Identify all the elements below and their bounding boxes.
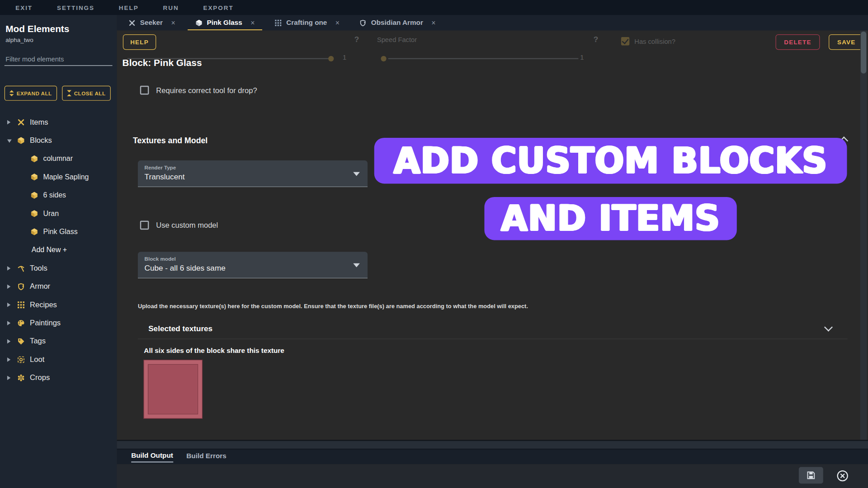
chevron-right-icon (7, 118, 12, 126)
upload-hint-text: Upload the necessary texture(s) here for… (138, 303, 528, 310)
tools-icon (128, 19, 136, 26)
sidebar-item-maple-sapling[interactable]: Maple Sapling (0, 168, 117, 186)
tab-label: Obsidian Armor (371, 19, 423, 27)
sidebar-item-tags[interactable]: Tags (0, 332, 117, 350)
save-button[interactable]: SAVE (829, 34, 864, 50)
sidebar-item-label: Tools (30, 264, 47, 272)
grid-icon (275, 19, 282, 26)
block-icon (30, 191, 38, 199)
collapse-section-icon[interactable] (841, 136, 847, 142)
requires-tool-label: Requires correct tool for drop? (156, 86, 257, 94)
help-button[interactable]: HELP (123, 34, 156, 50)
close-icon[interactable]: × (431, 19, 435, 27)
slider-track (388, 58, 578, 59)
sidebar-item-paintings[interactable]: Paintings (0, 314, 117, 332)
save-log-button[interactable] (799, 467, 823, 483)
chevron-right-icon (7, 355, 12, 363)
select-value: Cube - all 6 sides same (145, 263, 361, 272)
sidebar-item-items[interactable]: Items (0, 113, 117, 131)
delete-button[interactable]: DELETE (776, 34, 820, 50)
sidebar-item-label: Paintings (30, 319, 61, 327)
sidebar-item-blocks[interactable]: Blocks (0, 131, 117, 149)
menu-settings[interactable]: SETTINGS (57, 4, 94, 11)
tab-label: Pink Glass (207, 19, 242, 27)
sidebar-title: Mod Elements (5, 24, 117, 35)
speed-factor-label: Speed Factor (377, 36, 417, 44)
close-all-label: CLOSE ALL (74, 90, 106, 96)
tab-crafting-one[interactable]: Crafting one × (267, 15, 347, 30)
sidebar-item-recipes[interactable]: Recipes (0, 296, 117, 314)
select-value: Translucent (145, 172, 361, 181)
select-label: Render Type (145, 164, 361, 170)
requires-tool-checkbox[interactable] (140, 86, 149, 95)
tab-label: Crafting one (286, 19, 327, 27)
close-icon[interactable]: × (171, 19, 175, 27)
caret-down-icon (353, 172, 360, 176)
help-icon: ? (354, 35, 359, 44)
close-all-icon (67, 90, 71, 96)
app-window: EXIT SETTINGS HELP RUN EXPORT Mod Elemen… (0, 0, 868, 488)
console-panel-grip[interactable] (117, 441, 868, 449)
close-icon[interactable]: × (250, 19, 255, 27)
chevron-right-icon (7, 282, 12, 290)
chevron-right-icon (7, 374, 12, 382)
add-new-element-button[interactable]: Add New + (0, 241, 117, 259)
slider-handle (381, 56, 386, 61)
has-collision-label: Has collision? (634, 38, 675, 45)
slider-handle (328, 56, 334, 61)
caret-down-icon (353, 263, 360, 267)
close-icon[interactable]: × (335, 19, 340, 27)
block-icon (30, 173, 38, 181)
tab-build-output[interactable]: Build Output (131, 451, 173, 462)
sidebar-item-tools[interactable]: Tools (0, 259, 117, 277)
sidebar-item-uran[interactable]: Uran (0, 204, 117, 222)
expand-all-button[interactable]: EXPAND ALL (5, 86, 57, 101)
texture-note: All six sides of the block share this te… (144, 347, 284, 355)
close-all-button[interactable]: CLOSE ALL (62, 86, 111, 101)
scrollbar[interactable] (860, 30, 867, 440)
selected-textures-title: Selected textures (148, 324, 212, 333)
render-type-select[interactable]: Render Type Translucent (138, 160, 368, 187)
block-icon (30, 155, 38, 162)
sidebar-item-pink-glass[interactable]: Pink Glass (0, 222, 117, 240)
sidebar-item-loot[interactable]: Loot (0, 350, 117, 368)
sidebar-item-armor[interactable]: Armor (0, 277, 117, 295)
add-new-label: Add New + (32, 246, 67, 254)
pickaxe-icon (17, 264, 25, 272)
close-circle-icon (836, 469, 849, 482)
close-console-button[interactable] (835, 468, 850, 483)
sidebar-button-row: EXPAND ALL CLOSE ALL (5, 86, 117, 101)
tab-obsidian-armor[interactable]: Obsidian Armor × (352, 15, 443, 30)
section-divider (138, 338, 848, 339)
tab-seeker[interactable]: Seeker × (121, 15, 183, 30)
tab-build-errors[interactable]: Build Errors (186, 452, 226, 462)
editor-pane: ? Speed Factor ? Has collision? 1 1 HELP… (117, 30, 868, 440)
grid-icon (17, 301, 25, 309)
menu-exit[interactable]: EXIT (15, 4, 33, 11)
block-model-select[interactable]: Block model Cube - all 6 sides same (138, 252, 368, 278)
block-icon (17, 136, 25, 144)
tools-icon (17, 118, 25, 126)
scrollbar-thumb[interactable] (861, 32, 866, 74)
block-texture-swatch[interactable] (144, 360, 202, 418)
filter-input[interactable] (5, 53, 113, 66)
console-output-area (117, 464, 868, 488)
tab-pink-glass[interactable]: Pink Glass × (188, 15, 263, 30)
console-panel: Build Output Build Errors (117, 440, 868, 488)
sidebar-item-crops[interactable]: Crops (0, 369, 117, 387)
element-tree: Items Blocks columnar Maple Sapling 6 si… (0, 113, 117, 387)
use-custom-model-row: Use custom model (140, 221, 218, 230)
palette-icon (17, 319, 25, 327)
tab-label: Seeker (140, 19, 163, 27)
menu-export[interactable]: EXPORT (203, 4, 233, 11)
sidebar-item-6-sides[interactable]: 6 sides (0, 186, 117, 204)
menu-help[interactable]: HELP (119, 4, 139, 11)
chevron-right-icon (7, 264, 12, 272)
menu-run[interactable]: RUN (163, 4, 179, 11)
expand-section-icon[interactable] (826, 325, 831, 331)
sidebar-item-label: Tags (30, 337, 46, 345)
sidebar-item-columnar[interactable]: columnar (0, 150, 117, 168)
sidebar-item-label: 6 sides (43, 191, 66, 199)
use-custom-model-checkbox[interactable] (140, 221, 149, 230)
slider-value: 1 (343, 54, 346, 61)
